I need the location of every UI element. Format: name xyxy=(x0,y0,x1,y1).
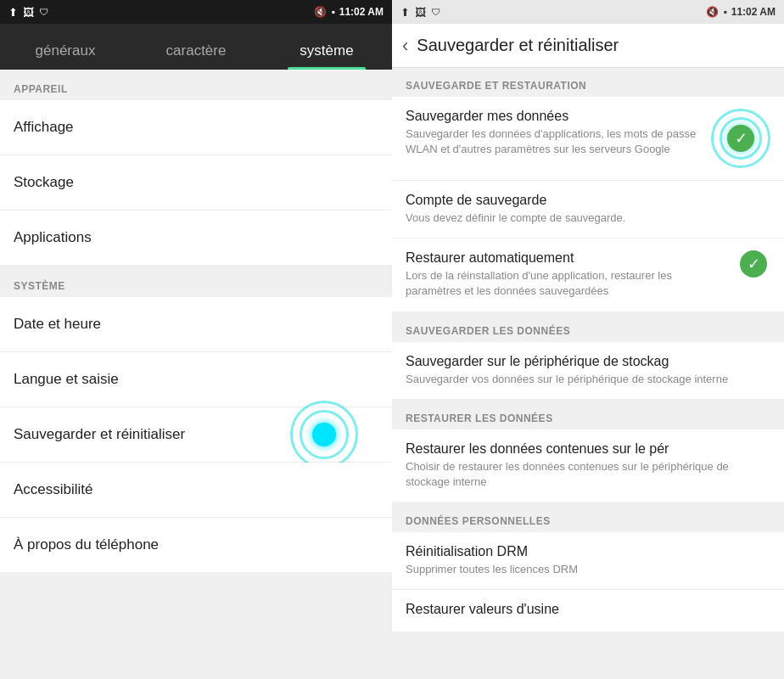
usb-icon: ⬆ xyxy=(8,6,18,19)
settings-item-accessibilite[interactable]: Accessibilité xyxy=(0,463,392,518)
section-header-appareil: APPAREIL xyxy=(0,70,392,100)
right-status-icons: ⬆ 🖼 🛡 xyxy=(400,6,440,19)
item-sub-0-0: Sauvegarder les données d'applications, … xyxy=(406,126,703,157)
settings-item-affichage[interactable]: Affichage xyxy=(0,100,392,155)
settings-list: APPAREIL Affichage Stockage Applications… xyxy=(0,70,392,679)
tab-generaux[interactable]: généraux xyxy=(0,42,131,70)
right-time: 11:02 AM xyxy=(731,6,776,18)
check-icon-0: ✓ xyxy=(735,129,748,148)
item-sub-2-0: Choisir de restaurer les données contenu… xyxy=(406,459,762,490)
detail-header: ‹ Sauvegarder et réinitialiser xyxy=(392,24,784,68)
right-section-header-3: DONNÉES PERSONNELLES xyxy=(392,503,784,532)
section-header-systeme: SYSTÈME xyxy=(0,267,392,297)
item-sub-0-2: Lors de la réinstallation d'une applicat… xyxy=(406,268,728,299)
item-title-3-0: Réinitialisation DRM xyxy=(406,544,762,559)
vpn-icon: 🛡 xyxy=(39,7,48,17)
left-time: 11:02 AM xyxy=(339,6,384,18)
pulse-right: ✓ xyxy=(711,109,770,168)
detail-item-compte[interactable]: Compte de sauvegarde Vous devez définir … xyxy=(392,181,784,238)
right-battery-icon: ▪ xyxy=(723,6,726,18)
check-icon-auto: ✓ xyxy=(748,255,760,273)
check-circle-auto: ✓ xyxy=(740,250,767,278)
settings-item-langue[interactable]: Langue et saisie xyxy=(0,352,392,407)
detail-item-restaurer-auto[interactable]: Restaurer automatiquement Lors de la réi… xyxy=(392,238,784,311)
settings-item-applications[interactable]: Applications xyxy=(0,210,392,265)
right-card-1: Sauvegarder sur le périphérique de stock… xyxy=(392,342,784,399)
pulse-core-right: ✓ xyxy=(727,125,754,152)
item-sub-3-0: Supprimer toutes les licences DRM xyxy=(406,562,762,577)
systeme-card: Date et heure Langue et saisie Sauvegard… xyxy=(0,297,392,572)
volume-mute-icon: 🔇 xyxy=(314,6,327,18)
item-sub-0-1: Vous devez définir le compte de sauvegar… xyxy=(406,210,728,226)
tab-systeme[interactable]: système xyxy=(261,42,392,70)
pulse-core-left xyxy=(312,423,336,446)
right-card-3: Réinitialisation DRM Supprimer toutes le… xyxy=(392,532,784,631)
settings-item-sauvegarder[interactable]: Sauvegarder et réinitialiser xyxy=(0,407,392,463)
right-vpn-icon: 🛡 xyxy=(431,7,440,17)
detail-item-restaurer-usine[interactable]: Restaurer valeurs d'usine xyxy=(392,590,784,631)
item-sub-1-0: Sauvegarder vos données sur le périphéri… xyxy=(406,372,762,387)
pulse-left xyxy=(290,401,358,469)
left-status-bar: ⬆ 🖼 🛡 🔇 ▪ 11:02 AM xyxy=(0,0,392,24)
detail-item-drm[interactable]: Réinitialisation DRM Supprimer toutes le… xyxy=(392,532,784,590)
right-volume-icon: 🔇 xyxy=(706,6,719,18)
right-usb-icon: ⬆ xyxy=(400,6,410,19)
left-panel: ⬆ 🖼 🛡 🔇 ▪ 11:02 AM généraux caractère sy… xyxy=(0,0,392,679)
settings-item-date[interactable]: Date et heure xyxy=(0,297,392,352)
image-icon: 🖼 xyxy=(23,6,34,19)
detail-content: SAUVEGARDE ET RESTAURATION Sauvegarder m… xyxy=(392,68,784,679)
item-action-0-2: ✓ xyxy=(736,250,770,278)
right-section-header-2: RESTAURER LES DONNÉES xyxy=(392,401,784,429)
left-status-right: 🔇 ▪ 11:02 AM xyxy=(314,6,384,18)
battery-icon: ▪ xyxy=(331,6,334,18)
right-section-header-0: SAUVEGARDE ET RESTAURATION xyxy=(392,68,784,97)
right-status-right: 🔇 ▪ 11:02 AM xyxy=(706,6,776,18)
item-title-1-0: Sauvegarder sur le périphérique de stock… xyxy=(406,354,762,369)
appareil-card: Affichage Stockage Applications xyxy=(0,100,392,265)
right-status-bar: ⬆ 🖼 🛡 🔇 ▪ 11:02 AM xyxy=(392,0,784,24)
tabs-bar: généraux caractère système xyxy=(0,24,392,70)
settings-item-apropos[interactable]: À propos du téléphone xyxy=(0,518,392,572)
left-status-icons: ⬆ 🖼 🛡 xyxy=(8,6,48,19)
item-action-0-0: ✓ xyxy=(711,109,770,168)
right-card-0: Sauvegarder mes données Sauvegarder les … xyxy=(392,97,784,311)
settings-item-stockage[interactable]: Stockage xyxy=(0,155,392,210)
detail-item-restaurer-stockage[interactable]: Restaurer les données contenues sur le p… xyxy=(392,429,784,502)
tab-caractere[interactable]: caractère xyxy=(131,42,261,70)
right-panel: ⬆ 🖼 🛡 🔇 ▪ 11:02 AM ‹ Sauvegarder et réin… xyxy=(392,0,784,679)
back-button[interactable]: ‹ xyxy=(402,36,408,55)
item-title-0-2: Restaurer automatiquement xyxy=(406,250,728,266)
right-image-icon: 🖼 xyxy=(415,6,426,19)
item-title-0-1: Compte de sauvegarde xyxy=(406,193,728,208)
right-card-2: Restaurer les données contenues sur le p… xyxy=(392,429,784,502)
item-title-3-1: Restaurer valeurs d'usine xyxy=(406,602,762,617)
detail-item-sauvegarder-donnees[interactable]: Sauvegarder mes données Sauvegarder les … xyxy=(392,97,784,181)
detail-title: Sauvegarder et réinitialiser xyxy=(417,36,619,55)
right-section-header-1: SAUVEGARDER LES DONNÉES xyxy=(392,313,784,342)
detail-item-sauvegarde-stockage[interactable]: Sauvegarder sur le périphérique de stock… xyxy=(392,342,784,399)
item-title-0-0: Sauvegarder mes données xyxy=(406,109,703,124)
item-title-2-0: Restaurer les données contenues sur le p… xyxy=(406,441,762,457)
